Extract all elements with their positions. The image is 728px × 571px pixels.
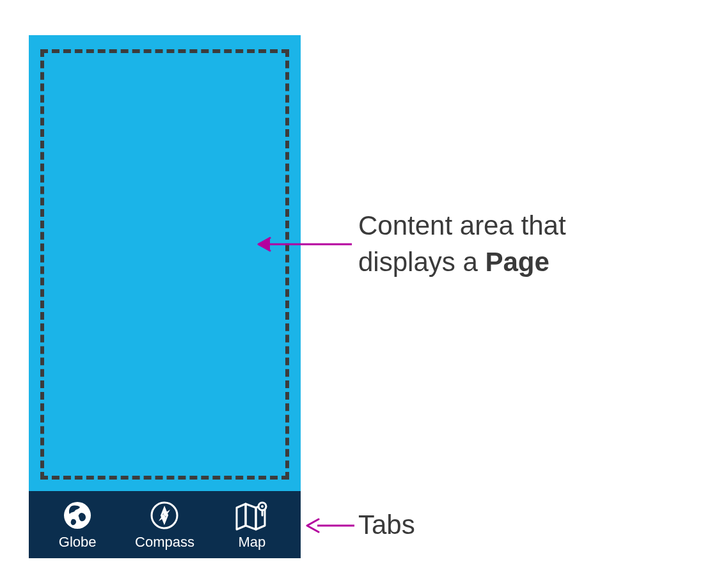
tab-compass[interactable]: Compass bbox=[129, 499, 200, 551]
annotation-content-area: Content area that displays a Page bbox=[358, 208, 566, 280]
tab-label: Globe bbox=[59, 534, 97, 551]
annotation-tabs: Tabs bbox=[358, 510, 415, 540]
arrow-to-tabs bbox=[306, 518, 356, 533]
annotation-text-bold: Page bbox=[485, 247, 549, 277]
svg-point-5 bbox=[261, 505, 264, 508]
annotation-text: Tabs bbox=[358, 510, 415, 540]
content-placeholder-dashed bbox=[40, 49, 289, 480]
tab-label: Map bbox=[238, 534, 265, 551]
tab-label: Compass bbox=[135, 534, 194, 551]
tab-bar: Globe Compass bbox=[29, 491, 301, 558]
globe-icon bbox=[62, 499, 93, 531]
tab-map[interactable]: Map bbox=[217, 499, 287, 551]
arrow-to-content bbox=[257, 237, 353, 252]
annotation-text: Content area that bbox=[358, 210, 566, 240]
content-area bbox=[29, 35, 301, 491]
map-icon bbox=[234, 499, 270, 531]
tab-globe[interactable]: Globe bbox=[42, 499, 113, 551]
compass-icon bbox=[149, 499, 180, 531]
annotation-text: displays a bbox=[358, 247, 485, 277]
device-frame: Globe Compass bbox=[29, 35, 301, 558]
